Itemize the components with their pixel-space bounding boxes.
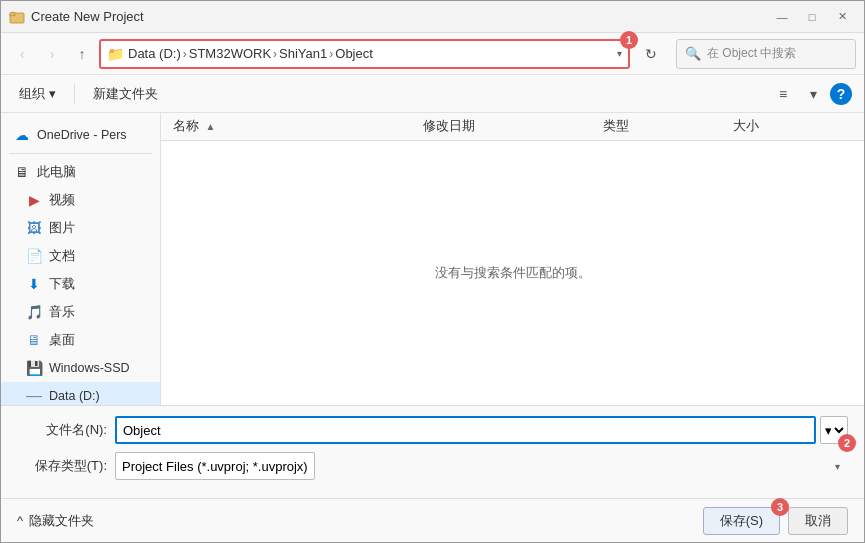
col-date-header[interactable]: 修改日期: [423, 118, 603, 135]
address-dropdown-icon[interactable]: ▾: [617, 48, 622, 59]
sidebar-item-windows-ssd[interactable]: 💾 Windows-SSD: [1, 354, 160, 382]
footer-actions: 保存(S) 3 取消: [703, 507, 848, 535]
cancel-label: 取消: [805, 513, 831, 528]
file-area: 名称 ▲ 修改日期 类型 大小 没有与搜索条件匹配的项。: [161, 113, 864, 405]
sidebar-item-downloads[interactable]: ⬇ 下载: [1, 270, 160, 298]
downloads-icon: ⬇: [25, 275, 43, 293]
forward-button[interactable]: ›: [39, 41, 65, 67]
sidebar-label-onedrive: OneDrive - Pers: [37, 128, 127, 142]
badge-1: 1: [620, 31, 638, 49]
sidebar-item-music[interactable]: 🎵 音乐: [1, 298, 160, 326]
refresh-button[interactable]: ↻: [638, 41, 664, 67]
search-icon: 🔍: [685, 46, 701, 61]
badge-2: 2: [838, 434, 856, 452]
col-date-label: 修改日期: [423, 119, 475, 133]
main-content: ☁ OneDrive - Pers 🖥 此电脑 ▶ 视频 🖼 图片 📄 文档 ⬇: [1, 113, 864, 405]
toolbar-divider: [74, 84, 75, 104]
path-arrow-2: ›: [273, 47, 277, 61]
up-button[interactable]: ↑: [69, 41, 95, 67]
sidebar-item-onedrive[interactable]: ☁ OneDrive - Pers: [1, 121, 160, 149]
col-size-label: 大小: [733, 119, 759, 133]
organize-arrow: ▾: [49, 86, 56, 101]
help-button[interactable]: ?: [830, 83, 852, 105]
videos-icon: ▶: [25, 191, 43, 209]
view-arrow-button[interactable]: ▾: [800, 81, 826, 107]
maximize-button[interactable]: □: [798, 6, 826, 28]
view-arrow-icon: ▾: [810, 86, 817, 102]
filetype-arrow-icon: ▾: [835, 461, 840, 472]
filetype-label: 保存类型(T):: [17, 457, 107, 475]
documents-icon: 📄: [25, 247, 43, 265]
cancel-button[interactable]: 取消: [788, 507, 848, 535]
sidebar-item-this-pc[interactable]: 🖥 此电脑: [1, 158, 160, 186]
sort-arrow: ▲: [205, 121, 215, 132]
hide-folders-label: 隐藏文件夹: [29, 512, 94, 530]
sidebar-label-downloads: 下载: [49, 276, 75, 293]
path-segment-shiyan1[interactable]: ShiYan1: [279, 46, 327, 61]
back-button[interactable]: ‹: [9, 41, 35, 67]
search-placeholder: 在 Object 中搜索: [707, 45, 796, 62]
filename-label: 文件名(N):: [17, 421, 107, 439]
file-list: 没有与搜索条件匹配的项。: [161, 141, 864, 405]
column-header: 名称 ▲ 修改日期 类型 大小: [161, 113, 864, 141]
col-name-label: 名称: [173, 119, 199, 133]
address-path: Data (D:) › STM32WORK › ShiYan1 › Object: [128, 46, 613, 61]
filename-input[interactable]: [115, 416, 816, 444]
windows-ssd-icon: 💾: [25, 359, 43, 377]
badge-3: 3: [771, 498, 789, 516]
bottom-section: 文件名(N): ▾ 2 保存类型(T): Project Files (*.uv…: [1, 405, 864, 498]
path-arrow-1: ›: [183, 47, 187, 61]
toolbar: 组织 ▾ 新建文件夹 ≡ ▾ ?: [1, 75, 864, 113]
sidebar-label-desktop: 桌面: [49, 332, 75, 349]
folder-icon: 📁: [107, 46, 124, 62]
sidebar-label-this-pc: 此电脑: [37, 164, 76, 181]
sidebar-divider-1: [9, 153, 152, 154]
hide-folders-icon: ^: [17, 513, 23, 528]
col-type-header[interactable]: 类型: [603, 118, 733, 135]
title-bar: Create New Project — □ ✕: [1, 1, 864, 33]
path-segment-object[interactable]: Object: [335, 46, 373, 61]
filetype-select[interactable]: Project Files (*.uvproj; *.uvprojx): [115, 452, 315, 480]
path-segment-data[interactable]: Data (D:): [128, 46, 181, 61]
col-size-header[interactable]: 大小: [733, 118, 833, 135]
sidebar-item-pictures[interactable]: 🖼 图片: [1, 214, 160, 242]
save-label: 保存(S): [720, 513, 763, 528]
filetype-row: 保存类型(T): Project Files (*.uvproj; *.uvpr…: [17, 452, 848, 480]
minimize-button[interactable]: —: [768, 6, 796, 28]
sidebar-label-music: 音乐: [49, 304, 75, 321]
window-icon: [9, 9, 25, 25]
hide-folders-button[interactable]: ^ 隐藏文件夹: [17, 512, 94, 530]
sidebar-label-windows-ssd: Windows-SSD: [49, 361, 130, 375]
view-button[interactable]: ≡: [770, 81, 796, 107]
new-folder-button[interactable]: 新建文件夹: [87, 81, 164, 107]
music-icon: 🎵: [25, 303, 43, 321]
toolbar-right: ≡ ▾ ?: [770, 81, 852, 107]
sidebar-item-data-d[interactable]: — Data (D:): [1, 382, 160, 405]
title-bar-controls: — □ ✕: [768, 6, 856, 28]
address-bar[interactable]: 📁 Data (D:) › STM32WORK › ShiYan1 › Obje…: [99, 39, 630, 69]
sidebar-item-documents[interactable]: 📄 文档: [1, 242, 160, 270]
window-title: Create New Project: [31, 9, 144, 24]
col-name-header[interactable]: 名称 ▲: [173, 118, 423, 135]
organize-button[interactable]: 组织 ▾: [13, 81, 62, 107]
save-button[interactable]: 保存(S) 3: [703, 507, 780, 535]
close-button[interactable]: ✕: [828, 6, 856, 28]
sidebar-label-data-d: Data (D:): [49, 389, 100, 403]
pictures-icon: 🖼: [25, 219, 43, 237]
organize-label: 组织: [19, 85, 45, 103]
search-box: 🔍 在 Object 中搜索: [676, 39, 856, 69]
onedrive-icon: ☁: [13, 126, 31, 144]
data-d-icon: —: [25, 387, 43, 405]
sidebar-item-desktop[interactable]: 🖥 桌面: [1, 326, 160, 354]
sidebar-label-videos: 视频: [49, 192, 75, 209]
sidebar-item-videos[interactable]: ▶ 视频: [1, 186, 160, 214]
empty-message: 没有与搜索条件匹配的项。: [435, 264, 591, 282]
footer: ^ 隐藏文件夹 保存(S) 3 取消: [1, 498, 864, 542]
view-icon: ≡: [779, 86, 787, 102]
col-type-label: 类型: [603, 119, 629, 133]
title-bar-left: Create New Project: [9, 9, 144, 25]
filetype-select-wrapper: Project Files (*.uvproj; *.uvprojx) ▾: [115, 452, 848, 480]
filename-row: 文件名(N): ▾ 2: [17, 416, 848, 444]
path-segment-stm32work[interactable]: STM32WORK: [189, 46, 271, 61]
sidebar-label-pictures: 图片: [49, 220, 75, 237]
